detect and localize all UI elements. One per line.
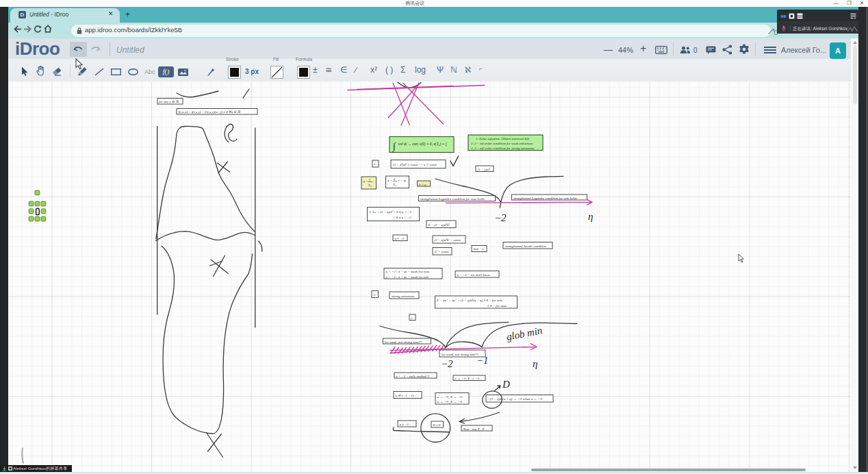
svg-text:ḣ′ = const: ḣ′ = const (435, 250, 449, 253)
svg-text:≤ 0 − for max: ≤ 0 − for max (487, 304, 507, 308)
svg-text:η: η (588, 211, 593, 222)
svg-text:−2: −2 (494, 212, 507, 223)
svg-text:1.: 1. (411, 316, 413, 320)
svg-text:3. 2 − nd order condition for: 3. 2 − nd order condition for strong ext… (471, 147, 535, 150)
svg-text:−(1 + η)u̇²(u − η) → −∞ when u: −(1 + η)u̇²(u − η) → −∞ when u → −∞ (488, 397, 544, 401)
svg-text:(2 + η)u̇²ḣ′ = const: (2 + η)u̇²ḣ′ = const (435, 238, 461, 242)
svg-text:Ė = (2 + η)u̇²ḣ²: Ė = (2 + η)u̇²ḣ² (428, 223, 450, 227)
svg-text:E = uu″ − ηu″ = (1 + η)u̇²(u −: E = uu″ − ηu″ = (1 + η)u̇²(u − η) ≥ 0 − … (436, 299, 502, 302)
svg-text:D: D (502, 379, 510, 390)
svg-text:ẋ ≡ η: ẋ ≡ η (418, 183, 426, 186)
svg-text:strengthened Legendre conditio: strengthened Legendre condition for min … (513, 197, 578, 200)
svg-text:T₀: T₀ (393, 183, 396, 186)
svg-text:for any y ∈ ℝ: for any y ∈ ℝ (159, 100, 179, 103)
svg-text:3.: 3. (374, 293, 376, 297)
svg-text:η ≠ −2: η ≠ −2 (395, 237, 405, 240)
svg-text:< 0 if η < −2: < 0 if η < −2 (393, 216, 411, 219)
svg-text:η < −2 : x̂ = ηt − weak loc: η < −2 : x̂ = ηt − weak loc max (386, 270, 430, 273)
svg-text:η =: η = (363, 179, 368, 183)
svg-text:2. Jᵤᵤ = (2 + η)u̇² > 0 if η >: 2. Jᵤᵤ = (2 + η)u̇² > 0 if η > −2 (369, 210, 412, 214)
svg-text:η < −2 − fully studied !!: η < −2 − fully studied !! (396, 375, 430, 378)
svg-text:−1: −1 (476, 355, 489, 366)
svg-text:strengthened Jacobi condition: strengthened Jacobi condition (505, 245, 547, 248)
svg-text:glob min: glob min (506, 325, 544, 342)
svg-text:(1 + y)u²: (1 + y)u² (478, 168, 490, 171)
svg-text:1. Euler equation. Obtain extr: 1. Euler equation. Obtain extremal x̂(t) (476, 137, 529, 140)
svg-text:η ≥ −1 :: η ≥ −1 : (400, 423, 411, 426)
svg-text:t = ηt: t = ηt (398, 179, 407, 182)
svg-text:η > −2 : x̂ = ηt − weak loc: η > −2 : x̂ = ηt − weak loc min (386, 275, 429, 279)
svg-text:strengthened Legendre conditio: strengthened Legendre condition for max … (420, 197, 485, 201)
svg-text:(1 + ẋ²)u̇² ≡ const => ẋ ≡: (1 + ẋ²)u̇² ≡ const => ẋ ≡ const (393, 163, 437, 166)
svg-text:2. 2 − nd order condition for: 2. 2 − nd order condition for weak extre… (471, 142, 533, 145)
svg-text:strong extremum: strong extremum (392, 295, 415, 298)
svg-text:E ≥ 0: E ≥ 0 (433, 423, 441, 427)
svg-text:−2: −2 (441, 358, 453, 369)
svg-text:η: η (533, 358, 537, 369)
svg-text:ẋ =: ẋ = (387, 179, 392, 182)
svg-text:u̇x² dt → extr, x(0) = 0, x(T₀: u̇x² dt → extr, x(0) = 0, x(T₀) = ξ (398, 142, 447, 147)
svg-text:η = −2 − we don't know: η = −2 − we don't know (457, 273, 491, 277)
svg-text:h(t) = t: h(t) = t (474, 247, 484, 251)
svg-text:T₀: T₀ (368, 184, 372, 187)
svg-text:1.: 1. (374, 162, 376, 166)
